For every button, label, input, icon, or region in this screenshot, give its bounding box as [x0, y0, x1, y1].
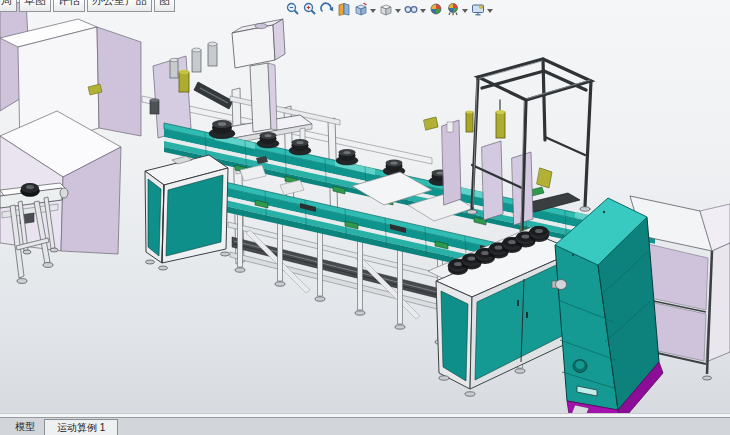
study-tab-bar: 模型 运动算例 1 [0, 417, 730, 435]
solidworks-window: 布局 草图 评估 办公室产品 图 [0, 0, 730, 435]
conveyor-feet [17, 248, 58, 283]
tab-evaluate[interactable]: 评估 [53, 0, 85, 12]
display-style-button[interactable] [379, 2, 401, 16]
tab-model[interactable]: 模型 [6, 418, 44, 435]
zoom-to-area-icon [303, 2, 317, 16]
section-view-button[interactable] [337, 2, 351, 16]
view-settings-button[interactable] [471, 2, 493, 16]
section-view-icon [337, 2, 351, 16]
rotate-view-button[interactable] [320, 2, 334, 16]
heads-up-view-toolbar [286, 1, 496, 17]
rotate-view-icon [320, 2, 334, 16]
edit-appearance-button[interactable] [429, 2, 443, 16]
tab-sketch[interactable]: 草图 [19, 0, 51, 12]
display-style-dropdown[interactable] [395, 9, 401, 13]
center-cabinet [145, 155, 230, 270]
ring-part-on-belt [21, 183, 40, 197]
zoom-to-fit-button[interactable] [286, 2, 300, 16]
belt-roller [60, 188, 68, 198]
hide-show-items-button[interactable] [404, 2, 426, 16]
tab-extra[interactable]: 图 [154, 0, 175, 12]
tab-layout[interactable]: 布局 [0, 0, 17, 12]
view-orientation-button[interactable] [354, 2, 376, 16]
hide-show-items-dropdown[interactable] [420, 9, 426, 13]
tab-motion-study-1[interactable]: 运动算例 1 [44, 419, 118, 435]
command-manager-tabs: 布局 草图 评估 办公室产品 图 [0, 0, 177, 12]
view-settings-dropdown[interactable] [487, 9, 493, 13]
olive-actuator [179, 70, 189, 92]
zoom-to-area-button[interactable] [303, 2, 317, 16]
view-settings-icon [471, 2, 485, 16]
tab-office-products[interactable]: 办公室产品 [87, 0, 152, 12]
hopper-opening [255, 23, 267, 28]
cabinet-knob [552, 280, 567, 290]
apply-scene-icon [446, 2, 460, 16]
hide-show-items-icon [404, 2, 418, 16]
3d-viewport[interactable] [0, 0, 730, 414]
display-style-icon [379, 2, 393, 16]
view-orientation-icon [354, 2, 368, 16]
edit-appearance-icon [429, 2, 443, 16]
zoom-to-fit-icon [286, 2, 300, 16]
view-orientation-dropdown[interactable] [370, 9, 376, 13]
3d-viewport-canvas[interactable] [0, 0, 730, 414]
apply-scene-button[interactable] [446, 2, 468, 16]
apply-scene-dropdown[interactable] [462, 9, 468, 13]
